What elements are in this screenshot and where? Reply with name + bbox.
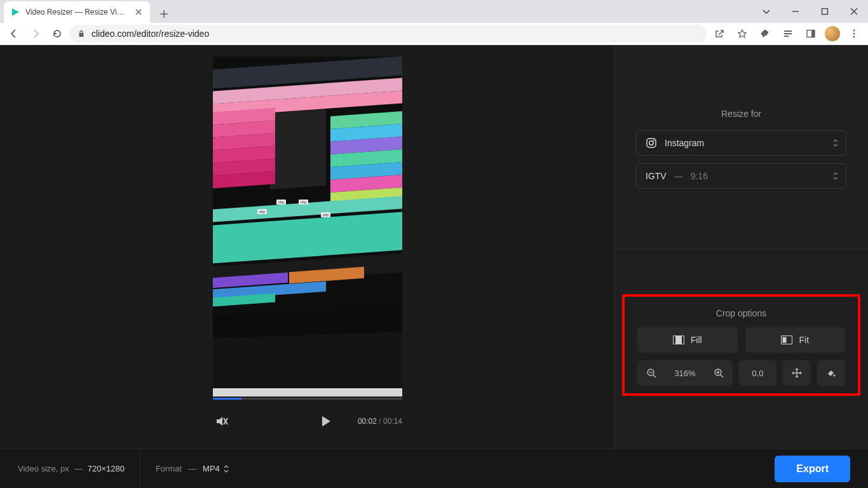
- site-favicon: [10, 7, 20, 17]
- zoom-group: 316%: [637, 360, 733, 386]
- tab-strip: Video Resizer — Resize Video On: [0, 0, 868, 23]
- format-value: MP4: [203, 464, 220, 473]
- current-time: 00:02: [358, 417, 377, 426]
- svg-rect-2: [79, 33, 84, 37]
- export-button[interactable]: Export: [775, 456, 850, 482]
- bottom-bar: Video size, px — 720×1280 Format — MP4 E…: [0, 449, 868, 488]
- lock-icon: [78, 30, 85, 37]
- crop-options-section: Crop options Fill Fit 316%: [622, 294, 860, 396]
- instagram-icon: [646, 137, 657, 149]
- size-value: 720×1280: [88, 464, 125, 473]
- media-control-icon[interactable]: [779, 25, 797, 43]
- fill-label: Fill: [691, 335, 702, 345]
- zoom-out-button[interactable]: [637, 360, 665, 386]
- bottom-divider: [140, 449, 140, 489]
- platform-select[interactable]: Instagram: [636, 130, 846, 156]
- fill-button[interactable]: Fill: [637, 327, 738, 353]
- size-label: Video size, px: [18, 464, 69, 473]
- svg-marker-11: [322, 416, 330, 426]
- svg-point-10: [853, 36, 855, 38]
- svg-rect-16: [675, 336, 682, 344]
- chevron-updown-icon: [224, 465, 229, 473]
- browser-tab[interactable]: Video Resizer — Resize Video On: [4, 1, 150, 23]
- mute-icon[interactable]: [213, 412, 231, 430]
- svg-point-9: [853, 33, 855, 35]
- address-bar[interactable]: clideo.com/editor/resize-video: [70, 25, 707, 43]
- fill-icon: [673, 336, 684, 344]
- chevron-updown-icon: [833, 172, 838, 180]
- svg-rect-5: [784, 36, 789, 37]
- kebab-menu-icon[interactable]: [845, 25, 863, 43]
- zoom-in-button[interactable]: [705, 360, 733, 386]
- preset-name: IGTV: [646, 171, 667, 181]
- maximize-icon[interactable]: [816, 3, 834, 20]
- svg-point-14: [653, 140, 654, 141]
- sidebar-divider: [614, 248, 868, 249]
- svg-rect-4: [784, 33, 792, 34]
- url-text: clideo.com/editor/resize-video: [92, 29, 209, 39]
- tab-title: Video Resizer — Resize Video On: [25, 8, 128, 17]
- browser-toolbar: clideo.com/editor/resize-video: [0, 23, 868, 45]
- tab-search-icon[interactable]: [757, 3, 775, 20]
- progress-fill: [213, 398, 241, 400]
- video-size-display: Video size, px — 720×1280: [18, 464, 125, 473]
- zoom-value[interactable]: 316%: [665, 360, 705, 386]
- sidebar: Resize for Instagram IGTV — 9:16: [614, 45, 868, 488]
- new-tab-button[interactable]: [155, 5, 173, 23]
- fit-button[interactable]: Fit: [745, 327, 846, 353]
- platform-label: Instagram: [665, 138, 704, 148]
- preset-ratio: 9:16: [691, 171, 708, 181]
- fit-label: Fit: [799, 335, 809, 345]
- fit-icon: [781, 336, 792, 344]
- back-button[interactable]: [5, 25, 23, 43]
- play-icon[interactable]: [316, 412, 334, 430]
- background-color-button[interactable]: [817, 360, 845, 386]
- minimize-icon[interactable]: [787, 3, 804, 20]
- player-controls: 00:02 / 00:14: [213, 412, 402, 430]
- window-controls: [757, 3, 863, 20]
- app: clip clip clip clip 00:02 / 00:14: [0, 45, 868, 488]
- svg-rect-3: [784, 30, 792, 32]
- crop-title: Crop options: [637, 308, 845, 318]
- forward-button[interactable]: [27, 25, 44, 43]
- time-display: 00:02 / 00:14: [358, 417, 402, 426]
- video-progress[interactable]: [213, 398, 402, 400]
- chevron-updown-icon: [833, 139, 838, 147]
- close-window-icon[interactable]: [845, 3, 863, 20]
- resize-title: Resize for: [636, 109, 846, 119]
- bookmark-icon[interactable]: [733, 25, 751, 43]
- svg-rect-7: [811, 30, 815, 37]
- svg-rect-18: [783, 337, 787, 343]
- reload-button[interactable]: [48, 25, 66, 43]
- svg-marker-0: [12, 8, 19, 16]
- profile-avatar[interactable]: [825, 26, 840, 41]
- close-tab-icon[interactable]: [133, 7, 144, 17]
- extensions-icon[interactable]: [756, 25, 774, 43]
- sidepanel-icon[interactable]: [802, 25, 820, 43]
- preset-select[interactable]: IGTV — 9:16: [636, 163, 846, 189]
- browser-chrome: Video Resizer — Resize Video On clideo.c…: [0, 0, 868, 45]
- position-value[interactable]: 0,0: [739, 360, 776, 386]
- move-button[interactable]: [783, 360, 811, 386]
- total-time: 00:14: [383, 417, 402, 426]
- video-preview[interactable]: clip clip clip clip: [213, 57, 402, 396]
- svg-point-21: [833, 374, 835, 376]
- format-label: Format: [156, 464, 182, 473]
- svg-point-8: [853, 30, 855, 32]
- resize-section: Resize for Instagram IGTV — 9:16: [614, 45, 868, 189]
- format-select[interactable]: Format — MP4: [156, 464, 229, 473]
- video-content: clip clip clip clip: [213, 57, 402, 396]
- share-icon[interactable]: [710, 25, 728, 43]
- svg-rect-1: [822, 9, 828, 15]
- svg-point-13: [649, 141, 653, 145]
- canvas-area: clip clip clip clip 00:02 / 00:14: [0, 45, 614, 488]
